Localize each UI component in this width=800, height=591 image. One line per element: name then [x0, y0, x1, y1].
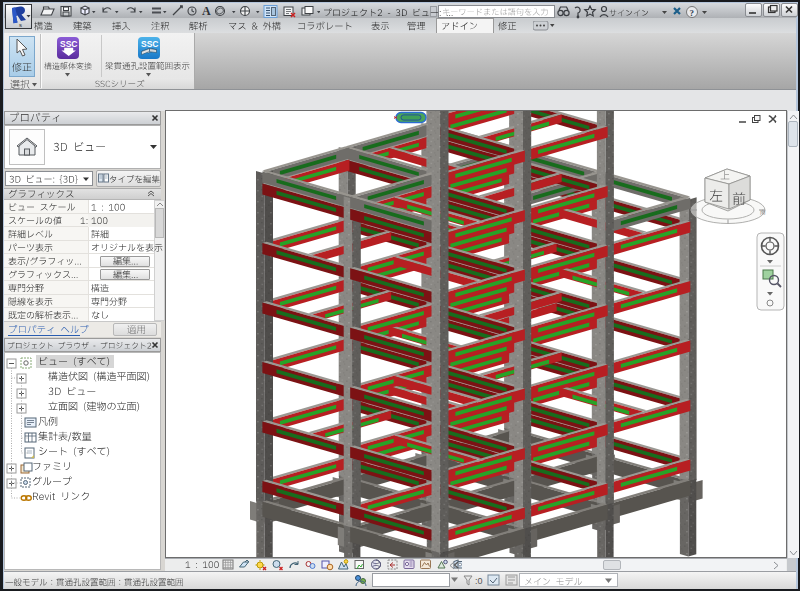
svg-text:SSC: SSC	[60, 39, 77, 49]
svg-text:s: s	[19, 22, 22, 28]
svg-text:SSC: SSC	[141, 39, 158, 49]
svg-text:A: A	[202, 4, 211, 18]
svg-text:?: ?	[690, 8, 695, 18]
svg-text::0: :0	[475, 576, 483, 586]
svg-text:南: 南	[760, 209, 766, 215]
